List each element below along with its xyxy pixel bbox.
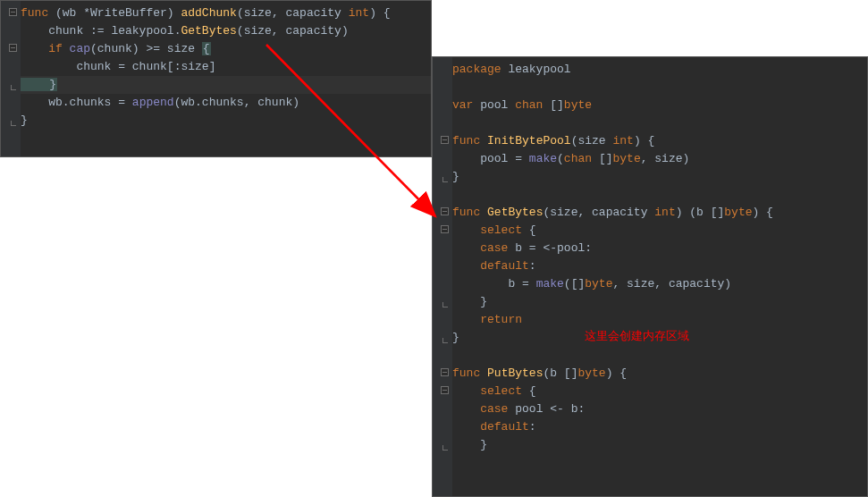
editor-pane-left[interactable]: func (wb *WriteBuffer) addChunk(size, ca… [0,0,432,157]
code-token: cap [70,42,90,55]
code-token: chan [515,98,543,112]
code-token: int [654,206,675,219]
code-token: default [452,259,529,273]
fold-icon[interactable] [9,8,17,16]
code-token: GetBytes [487,206,543,219]
code-line[interactable] [452,114,864,132]
code-line[interactable]: default: [452,257,864,275]
code-token: } [21,78,57,91]
code-token: pool [473,98,515,112]
code-token: (size, capacity) [237,24,349,38]
code-token: make [529,152,557,165]
code-token: int [612,134,633,147]
code-line[interactable]: func PutBytes(b []byte) { [452,365,864,383]
gutter-left [1,1,21,156]
annotation-text: 这里会创建内存区域 [585,328,689,346]
code-token: (chunk) >= size [90,42,202,55]
code-line[interactable]: package leakypool [452,61,864,79]
code-line[interactable]: var pool chan []byte [452,97,864,114]
fold-icon[interactable] [441,207,449,215]
fold-icon[interactable] [9,44,17,52]
code-line[interactable]: chunk := leakypool.GetBytes(size, capaci… [21,22,427,40]
fold-icon[interactable] [441,368,449,376]
code-token [480,366,487,380]
code-token: b = <-pool: [508,241,592,255]
code-token: chunk := leakypool. [21,24,181,38]
code-token: InitBytePool [487,134,571,147]
fold-end-icon [11,85,16,90]
code-token: (wb.chunks, chunk) [174,96,299,109]
fold-end-icon [442,338,448,343]
code-token: leakypool [501,63,571,76]
code-line[interactable]: pool = make(chan []byte, size) [452,150,864,168]
code-token: package [452,63,501,76]
code-token: byte [612,152,640,165]
fold-end-icon [11,121,16,126]
code-token: (wb *WriteBuffer) [48,6,181,20]
code-token: , size, capacity) [612,277,731,291]
code-token: ) { [606,366,627,380]
fold-icon[interactable] [441,386,449,394]
code-line[interactable]: select { [452,383,864,400]
code-line[interactable]: } [452,293,864,311]
code-line[interactable]: case b = <-pool: [452,240,864,257]
code-token [480,206,487,219]
code-line[interactable]: default: [452,418,864,436]
code-token: make [536,277,564,291]
code-line[interactable]: } [21,76,427,94]
code-line[interactable]: return [452,311,864,329]
code-line[interactable]: b = make([]byte, size, capacity) [452,275,864,293]
code-line[interactable] [452,347,864,365]
code-token: GetBytes [181,24,236,38]
code-token: (size [571,134,613,147]
code-token: (size [237,6,272,20]
gutter-right [433,57,452,496]
code-area-left[interactable]: func (wb *WriteBuffer) addChunk(size, ca… [21,4,427,130]
code-line[interactable]: func InitBytePool(size int) { [452,132,864,150]
code-area-right[interactable]: package leakypool var pool chan []byte f… [452,61,864,454]
code-token: } [452,331,459,344]
code-token: chan [564,152,592,165]
code-line[interactable]: func (wb *WriteBuffer) addChunk(size, ca… [21,4,427,22]
code-token: ) (b [] [676,206,725,219]
code-token: case [452,402,508,416]
code-token: chunk = chunk[:size] [21,60,215,73]
code-line[interactable]: if cap(chunk) >= size { [21,40,427,58]
code-line[interactable]: wb.chunks = append(wb.chunks, chunk) [21,94,427,112]
code-token: ) { [369,6,390,20]
code-token: PutBytes [487,366,543,380]
fold-icon[interactable] [441,136,449,144]
code-token: func [452,366,480,380]
code-token: ([] [564,277,585,291]
fold-icon[interactable] [441,225,449,233]
code-token: , capacity [272,6,349,20]
code-token: byte [724,206,752,219]
code-line[interactable]: func GetBytes(size, capacity int) (b []b… [452,204,864,222]
code-token: select [452,384,522,398]
code-token: } [452,170,459,183]
code-line[interactable] [452,186,864,204]
code-line[interactable]: chunk = chunk[:size] [21,58,427,76]
code-line[interactable]: } [21,112,427,130]
code-line[interactable]: case pool <- b: [452,400,864,418]
code-token: { [522,223,536,237]
code-token: ) { [753,206,773,219]
code-token: return [452,313,522,326]
code-token: [] [592,152,612,165]
code-token: } [21,114,28,127]
code-token: append [132,96,174,109]
code-line[interactable]: } [452,436,864,454]
code-token: (b [] [543,366,577,380]
fold-end-icon [442,302,448,307]
code-token: : [529,259,536,273]
code-token: func [452,206,480,219]
code-token: ( [557,152,564,165]
code-token: byte [585,277,612,291]
code-line[interactable]: } [452,168,864,186]
code-line[interactable] [452,79,864,97]
code-token: int [349,6,369,20]
code-token: (size, capacity [543,206,654,219]
code-token: : [529,420,536,434]
code-line[interactable]: select { [452,222,864,240]
editor-pane-right[interactable]: package leakypool var pool chan []byte f… [432,56,868,497]
